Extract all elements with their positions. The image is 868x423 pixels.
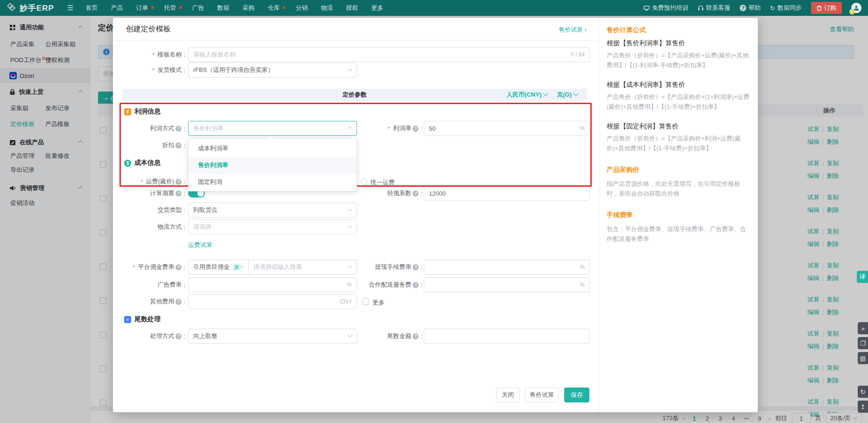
chevron-down-icon [347, 223, 352, 228]
nav-item-warehouse[interactable]: 仓库 [267, 4, 280, 12]
other-fee-label: 其他费用? [127, 294, 185, 309]
profit-rate-input[interactable]: 50% [424, 121, 590, 136]
char-counter: 0 / 64 [571, 51, 585, 58]
brand-name: 妙手ERP [20, 3, 54, 14]
other-fee-input[interactable]: CNY [188, 294, 357, 309]
nav-item-purchase[interactable]: 采购 [242, 4, 254, 12]
translate-button[interactable]: 译 [857, 271, 868, 283]
dropdown-option-cost-profit-rate[interactable]: 成本利润率 [189, 140, 357, 157]
top-navbar: 妙手ERP ☰ 首页 产品 订单 托管 广告 数据 采购 仓库 分销 物流 授权… [0, 0, 868, 16]
menu-toggle-icon[interactable]: ☰ [67, 4, 73, 12]
doc-tool-button[interactable]: ▤ [858, 352, 868, 364]
question-icon: ? [175, 333, 182, 339]
modal-header-divider [113, 40, 599, 41]
tail-amount-input[interactable] [424, 329, 590, 344]
throw-weight-label: 计算抛重? [127, 186, 185, 201]
profit-rate-label: 利润率? [346, 121, 422, 136]
discount-label: 折扣? [127, 138, 185, 153]
coop-delivery-fee-input[interactable]: % [424, 277, 590, 292]
nav-menu: 首页 产品 订单 托管 广告 数据 采购 仓库 分销 物流 授权 更多 [85, 4, 383, 12]
nav-item-ads[interactable]: 广告 [192, 4, 204, 12]
delivery-type-label: 交货类型 [127, 203, 185, 218]
help-subtitle-sale-rate: 根据【售价利润率】算售价 [607, 39, 751, 48]
chevron-down-icon [573, 91, 578, 96]
profit-mode-combobox[interactable]: 售价利润率 [188, 121, 357, 136]
app-window: 妙手ERP ☰ 首页 产品 订单 托管 广告 数据 采购 仓库 分销 物流 授权… [0, 0, 868, 423]
commission-label: 平台佣金费率? [127, 260, 185, 275]
template-name-label: 模板名称 [127, 47, 185, 62]
ad-rate-label: 广告费率 [127, 277, 185, 292]
question-icon: ? [175, 126, 182, 132]
ad-rate-input[interactable]: % [188, 277, 357, 292]
price-trial-link[interactable]: 售价试算 [559, 26, 587, 34]
save-button[interactable]: 保存 [564, 388, 589, 402]
copy-tool-button[interactable]: ❐ [858, 337, 868, 349]
tail-mode-label: 处理方式? [127, 329, 185, 344]
refresh-button[interactable]: ↻ [858, 386, 868, 398]
close-button[interactable]: 关闭 [496, 388, 519, 402]
logistics-label: 物流方式 [127, 219, 185, 234]
more-checkbox[interactable] [363, 298, 369, 307]
contact-support-link[interactable]: 联系客服 [698, 4, 730, 12]
profit-mode-label: 利润方式? [127, 121, 185, 136]
brand[interactable]: 妙手ERP [0, 2, 54, 14]
chevron-down-icon [543, 91, 548, 96]
subscribe-button[interactable]: 订购 [811, 2, 842, 14]
commission-category-select[interactable]: 请选择或输入搜索 [249, 260, 357, 275]
throw-factor-input[interactable]: 12000 [424, 186, 590, 201]
nav-item-logistics[interactable]: 物流 [321, 4, 333, 12]
help-panel: 售价计算公式 根据【售价利润率】算售价 产品售价（折前价）=【产品采购价+运费(… [607, 23, 751, 254]
question-icon: ? [175, 190, 182, 197]
back-to-top-button[interactable]: ↥ [858, 401, 868, 413]
price-trial-button[interactable]: 售价试算 [525, 388, 559, 402]
question-icon: ? [413, 190, 419, 197]
vip-badge: V [849, 9, 855, 14]
weight-unit-select[interactable]: 克(G) [557, 91, 578, 99]
more-checkbox-label: 更多 [372, 298, 385, 307]
withdraw-fee-label: 提现手续费率? [346, 260, 422, 275]
nav-item-data[interactable]: 数据 [217, 4, 229, 12]
question-icon: ? [175, 142, 182, 148]
help-formula-sale-rate: 产品售价（折前价）=【产品采购价+运费(藏价)+其他费用】/【(1-利润率-手续… [607, 50, 751, 70]
nav-item-home[interactable]: 首页 [85, 4, 98, 12]
dropdown-option-fixed-profit[interactable]: 固定利润 [189, 174, 357, 190]
dropdown-option-sale-profit-rate[interactable]: 售价利润率 [189, 157, 357, 174]
modal-title: 创建定价模板 [126, 24, 171, 34]
nav-item-orders[interactable]: 订单 [136, 4, 148, 12]
help-panel-divider [599, 18, 599, 412]
data-sync-link[interactable]: ↻ 数据同步 [770, 4, 802, 12]
expand-panel-button[interactable]: » [858, 322, 868, 334]
nav-item-hosting[interactable]: 托管 [164, 4, 176, 12]
avatar[interactable]: V [851, 3, 861, 13]
nav-item-more[interactable]: 更多 [371, 4, 383, 12]
help-formula-title: 售价计算公式 [607, 26, 751, 35]
brand-logo-icon [7, 2, 16, 14]
training-icon [644, 5, 650, 11]
logistics-select[interactable]: 请选择 [188, 219, 357, 234]
withdraw-fee-input[interactable]: % [424, 260, 590, 275]
template-name-input[interactable]: 请输入模板名称 0 / 64 [188, 47, 590, 62]
orders-notification-dot [151, 6, 154, 9]
cost-info-section-header: $ 成本信息 [124, 159, 161, 167]
free-training-link[interactable]: 免费预约培训 [644, 4, 688, 12]
help-link[interactable]: ? 帮助 [740, 4, 761, 12]
nav-item-authorization[interactable]: 授权 [346, 4, 358, 12]
nav-item-distribution[interactable]: 分销 [295, 4, 308, 12]
ship-mode-select[interactable]: rFBS（适用于跨境自营卖家） [188, 63, 357, 78]
sync-icon: ↻ [770, 5, 775, 12]
cost-section-icon: $ [124, 160, 131, 167]
question-icon: ? [413, 264, 419, 270]
nav-item-products[interactable]: 产品 [111, 4, 123, 12]
question-icon: ? [175, 299, 182, 305]
help-fee-rate-text: 包含：平台佣金费率、提现手续费率、广告费率、合作配送服务费率 [607, 224, 751, 244]
help-icon: ? [740, 5, 746, 11]
commission-mode-select[interactable]: 引用类目佣金 新 [188, 260, 249, 275]
freight-trial-link[interactable]: 运费试算 [188, 241, 212, 249]
help-subtitle-cost-rate: 根据【成本利润率】算售价 [607, 81, 751, 89]
currency-select[interactable]: 人民币(CNY) [506, 91, 547, 99]
help-formula-fixed-profit: 产品售价（折前价）=【产品采购价+利润+运费(藏价)+其他费用】/【(1-手续费… [607, 134, 751, 154]
tail-amount-label: 尾数金额? [346, 329, 422, 344]
tail-mode-select[interactable]: 向上取整 [188, 329, 357, 344]
chevron-down-icon [347, 206, 352, 212]
delivery-type-select[interactable]: 到取货点 [188, 203, 357, 218]
